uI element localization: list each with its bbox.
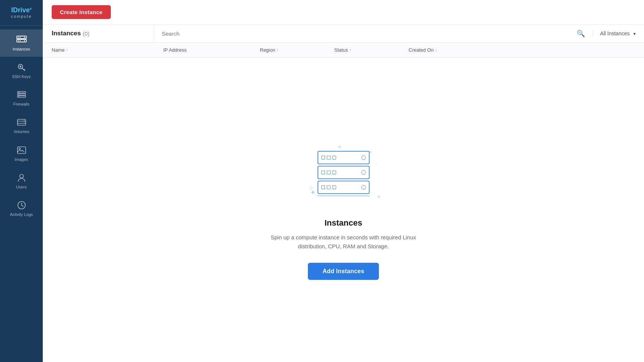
decoration-dot-3 [370, 151, 371, 153]
sort-created-icon: ↓ [435, 48, 437, 52]
svg-point-3 [24, 40, 25, 41]
activity-logs-icon [16, 200, 27, 210]
filter-label: All Instances [600, 30, 629, 36]
sidebar-item-firewalls[interactable]: Firewalls [0, 84, 43, 112]
col-created-label: Created On [409, 47, 434, 53]
topbar: Create Instance [43, 0, 644, 25]
sidebar-nav: Instances SSH Keys [0, 26, 43, 362]
decoration-diamond: ◇ [309, 185, 313, 190]
sidebar-item-activity-logs[interactable]: Activity Logs [0, 195, 43, 222]
col-header-name[interactable]: Name ↑ [52, 47, 163, 53]
server-circle-1 [361, 155, 366, 160]
sort-status-icon: ↑ [350, 48, 351, 52]
chevron-down-icon: ▼ [632, 32, 637, 36]
decoration-plus-2: + [377, 194, 380, 200]
server-sq-9 [332, 185, 336, 189]
col-name-label: Name [52, 47, 65, 53]
server-unit-2 [318, 166, 370, 179]
server-sq-2 [327, 156, 331, 159]
col-header-created[interactable]: Created On ↓ [409, 47, 635, 53]
add-instances-button[interactable]: Add Instances [308, 263, 379, 280]
brand-name-compute: compute [11, 14, 32, 19]
server-circle-3 [361, 185, 366, 190]
empty-state: + ✦ · + ✦ ◇ [43, 58, 644, 362]
server-sq-7 [321, 185, 325, 189]
create-instance-button[interactable]: Create Instance [52, 5, 111, 19]
svg-point-18 [24, 122, 25, 123]
sidebar-item-images-label: Images [15, 157, 28, 162]
brand-name-idrive: IDrive [11, 6, 30, 14]
instances-count: (0) [83, 30, 89, 37]
svg-rect-6 [18, 40, 19, 41]
sidebar-item-volumes[interactable]: Volumes [0, 112, 43, 139]
images-icon [16, 145, 27, 155]
main-content: Create Instance Instances (0) 🔍 All Inst… [43, 0, 644, 362]
svg-rect-19 [17, 147, 26, 153]
ssh-keys-icon [16, 62, 27, 72]
svg-point-21 [20, 174, 23, 178]
instances-header-row: Instances (0) 🔍 All Instances ▼ [43, 25, 644, 43]
sort-name-icon: ↑ [66, 48, 68, 52]
server-unit-3 [318, 181, 370, 194]
col-region-label: Region [260, 47, 275, 53]
svg-point-15 [19, 96, 19, 97]
server-sq-6 [332, 171, 336, 174]
sidebar-item-volumes-label: Volumes [13, 129, 29, 134]
svg-rect-4 [18, 37, 19, 38]
filter-section[interactable]: All Instances ▼ [592, 30, 644, 36]
server-illustration: + ✦ · + ✦ ◇ [303, 140, 384, 207]
svg-point-2 [24, 37, 25, 38]
sort-region-icon: ↑ [277, 48, 278, 52]
volumes-icon [16, 117, 27, 127]
sidebar-item-users[interactable]: Users [0, 167, 43, 195]
server-sq-4 [321, 171, 325, 174]
col-header-status[interactable]: Status ↑ [334, 47, 409, 53]
empty-state-description: Spin up a compute instance in seconds wi… [262, 233, 425, 251]
svg-point-17 [24, 120, 25, 121]
sidebar-item-activity-logs-label: Activity Logs [10, 212, 33, 217]
col-ip-label: IP Address [163, 47, 187, 53]
sidebar-item-users-label: Users [16, 185, 27, 190]
firewalls-icon [16, 90, 27, 100]
svg-point-13 [19, 92, 19, 93]
sidebar-item-firewalls-label: Firewalls [13, 102, 29, 107]
search-icon: 🔍 [577, 29, 585, 38]
instances-title-section: Instances (0) [43, 25, 154, 42]
svg-point-20 [19, 148, 20, 149]
sidebar-item-images[interactable]: Images [0, 140, 43, 167]
col-status-label: Status [334, 47, 348, 53]
server-circle-2 [361, 170, 366, 175]
server-sq-3 [332, 156, 336, 159]
sidebar: IDrivee compute Instances [0, 0, 43, 362]
sidebar-item-instances[interactable]: Instances [0, 29, 43, 57]
server-sq-1 [321, 156, 325, 159]
server-rack [318, 151, 370, 196]
search-input[interactable] [162, 30, 585, 37]
col-header-ip[interactable]: IP Address [163, 47, 260, 53]
svg-rect-7 [19, 40, 20, 41]
instances-icon [16, 35, 27, 45]
brand-logo: IDrivee compute [0, 0, 43, 26]
sidebar-item-ssh-keys[interactable]: SSH Keys [0, 57, 43, 84]
sidebar-item-ssh-keys-label: SSH Keys [12, 74, 30, 79]
decoration-dot-1: · [376, 161, 377, 166]
sidebar-item-instances-label: Instances [13, 47, 30, 52]
server-unit-1 [318, 151, 370, 164]
empty-state-title: Instances [325, 218, 363, 228]
server-bottom-line [318, 195, 370, 196]
server-sq-8 [327, 185, 331, 189]
col-header-region[interactable]: Region ↑ [260, 47, 334, 53]
search-section: 🔍 [154, 30, 592, 37]
svg-point-9 [19, 65, 21, 67]
svg-rect-5 [19, 37, 20, 38]
instances-title: Instances [52, 30, 81, 37]
svg-point-14 [19, 94, 19, 95]
table-header: Name ↑ IP Address Region ↑ Status ↑ Crea… [43, 43, 644, 58]
server-sq-5 [327, 171, 331, 174]
decoration-plus-1: + [338, 144, 341, 150]
users-icon [16, 172, 27, 183]
